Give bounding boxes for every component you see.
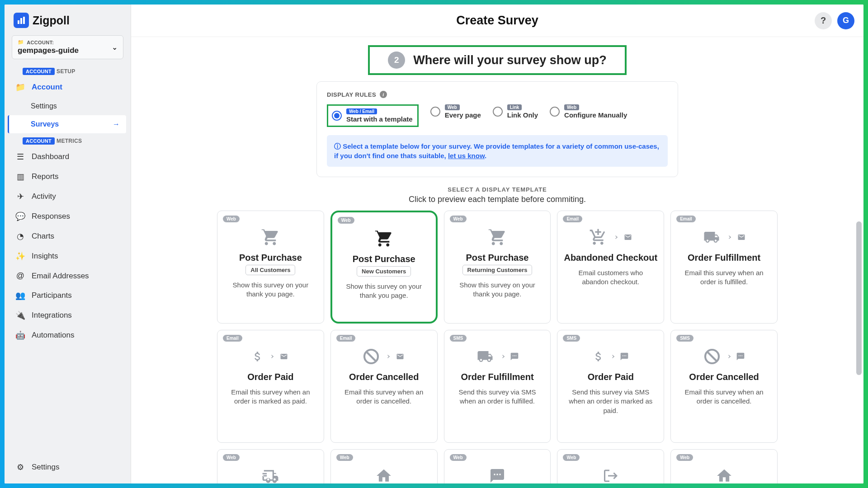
radio-start-template[interactable]: Web / EmailStart with a template (327, 104, 419, 127)
template-card[interactable]: Web (217, 449, 324, 483)
card-icon (676, 344, 772, 369)
info-icon[interactable]: i (380, 91, 387, 98)
account-name: gempages-guide (18, 46, 79, 55)
info-banner: ⓘ Select a template below for your surve… (327, 135, 668, 167)
card-title: Order Fulfillment (450, 372, 545, 382)
sidebar-item-automations[interactable]: 🤖Automations (9, 325, 126, 345)
template-card[interactable]: EmailOrder CancelledEmail this survey wh… (330, 330, 438, 443)
chat-icon: 💬 (15, 211, 25, 221)
plug-icon: 🔌 (15, 310, 25, 320)
chevron-down-icon: ⌄ (112, 43, 118, 52)
account-selector[interactable]: 📁ACCOUNT: gempages-guide ⌄ (12, 35, 123, 59)
card-tag: SMS (563, 335, 580, 342)
sidebar-item-settings[interactable]: Settings (9, 97, 126, 115)
radio-link-only[interactable]: LinkLink Only (493, 104, 538, 119)
scrollbar[interactable] (856, 45, 863, 479)
radio-icon (430, 107, 440, 117)
sidebar-item-insights[interactable]: ✨Insights (9, 246, 126, 266)
card-desc: Email this survey when an order is cance… (676, 388, 772, 406)
radio-icon (493, 107, 503, 117)
card-icon (450, 344, 545, 369)
template-card[interactable]: SMSOrder PaidSend this survey via SMS wh… (557, 330, 664, 443)
card-desc: Email this survey when an order is fulfi… (676, 268, 772, 287)
list-icon: ☰ (15, 152, 25, 162)
card-desc: Show this survey on your thank you page. (338, 282, 430, 300)
sidebar-item-emails[interactable]: @Email Addresses (9, 266, 126, 286)
let-us-know-link[interactable]: let us know (448, 152, 485, 160)
card-tag: SMS (676, 335, 693, 342)
card-desc: Email this survey when an order is marke… (223, 388, 318, 406)
display-rules-card: DISPLAY RULESi Web / EmailStart with a t… (316, 81, 678, 177)
step-header: 2 Where will your survey show up? (368, 45, 627, 75)
sidebar-item-dashboard[interactable]: ☰Dashboard (9, 147, 126, 167)
card-title: Post Purchase (450, 253, 545, 263)
step-title: Where will your survey show up? (413, 53, 607, 67)
card-icon (223, 463, 318, 483)
sidebar-item-account[interactable]: 📁Account (9, 77, 126, 97)
template-card[interactable]: WebPost PurchaseAll CustomersShow this s… (217, 211, 324, 324)
template-card[interactable]: Web (330, 449, 438, 483)
sidebar-item-activity[interactable]: ✈Activity (9, 187, 126, 206)
scroll-thumb[interactable] (856, 221, 862, 375)
card-icon (336, 344, 432, 369)
sidebar: Zigpoll 📁ACCOUNT: gempages-guide ⌄ ACCOU… (5, 5, 131, 483)
help-button[interactable]: ? (815, 12, 832, 29)
card-icon (450, 463, 545, 483)
svg-line-4 (367, 352, 376, 361)
card-title: Post Purchase (223, 253, 318, 263)
card-tag: Web (223, 454, 240, 461)
card-title: Order Paid (563, 372, 658, 382)
card-desc: Show this survey on your thank you page. (223, 281, 318, 299)
logo[interactable]: Zigpoll (9, 11, 126, 35)
sidebar-item-participants[interactable]: 👥Participants (9, 286, 126, 305)
arrow-right-icon: → (113, 120, 120, 128)
folder-icon: 📁 (18, 39, 24, 45)
template-card[interactable]: WebPost PurchaseReturning CustomersShow … (444, 211, 551, 324)
sidebar-item-settings-bottom[interactable]: ⚙Settings (9, 457, 126, 477)
avatar[interactable]: G (837, 12, 854, 29)
svg-rect-1 (20, 18, 22, 24)
card-icon (223, 344, 318, 369)
template-card[interactable]: SMSOrder CancelledEmail this survey when… (670, 330, 778, 443)
template-card[interactable]: Web (444, 449, 551, 483)
template-card[interactable]: Web (670, 449, 778, 483)
template-card[interactable]: EmailOrder FulfillmentEmail this survey … (670, 211, 778, 324)
card-title: Order Cancelled (676, 372, 772, 382)
template-card[interactable]: Web (557, 449, 664, 483)
card-icon (336, 463, 432, 483)
section-metrics: ACCOUNTMETRICS (23, 138, 126, 144)
radio-configure-manually[interactable]: WebConfigure Manually (550, 104, 627, 119)
card-desc: Email this survey when an order is cance… (336, 388, 432, 406)
card-title: Order Cancelled (336, 372, 432, 382)
pie-icon: ◔ (15, 231, 25, 241)
panel-icon: ▥ (15, 172, 25, 182)
card-icon (563, 225, 658, 250)
template-card[interactable]: WebPost PurchaseNew CustomersShow this s… (330, 211, 438, 324)
template-card[interactable]: SMSOrder FulfillmentSend this survey via… (444, 330, 551, 443)
svg-rect-2 (23, 17, 25, 24)
sidebar-item-surveys[interactable]: Surveys→ (8, 115, 126, 133)
sidebar-item-reports[interactable]: ▥Reports (9, 167, 126, 187)
card-title: Post Purchase (338, 254, 430, 264)
sidebar-item-charts[interactable]: ◔Charts (9, 226, 126, 246)
template-card[interactable]: EmailAbandoned CheckoutEmail customers w… (557, 211, 664, 324)
template-card[interactable]: EmailOrder PaidEmail this survey when an… (217, 330, 324, 443)
card-pill: New Customers (357, 266, 411, 277)
svg-rect-0 (18, 20, 19, 24)
card-title: Order Fulfillment (676, 253, 772, 263)
step-number: 2 (388, 52, 405, 69)
radio-every-page[interactable]: WebEvery page (430, 104, 481, 119)
sidebar-item-integrations[interactable]: 🔌Integrations (9, 305, 126, 325)
radio-icon (332, 111, 342, 121)
card-icon (338, 226, 430, 251)
card-icon (223, 225, 318, 250)
card-tag: Web (676, 454, 693, 461)
wand-icon: ✨ (15, 251, 25, 261)
card-icon (563, 463, 658, 483)
card-desc: Send this survey via SMS when an order i… (563, 388, 658, 415)
sidebar-item-responses[interactable]: 💬Responses (9, 206, 126, 226)
card-tag: Web (223, 216, 240, 222)
card-title: Order Paid (223, 372, 318, 382)
card-pill: Returning Customers (462, 265, 533, 275)
card-icon (676, 225, 772, 250)
